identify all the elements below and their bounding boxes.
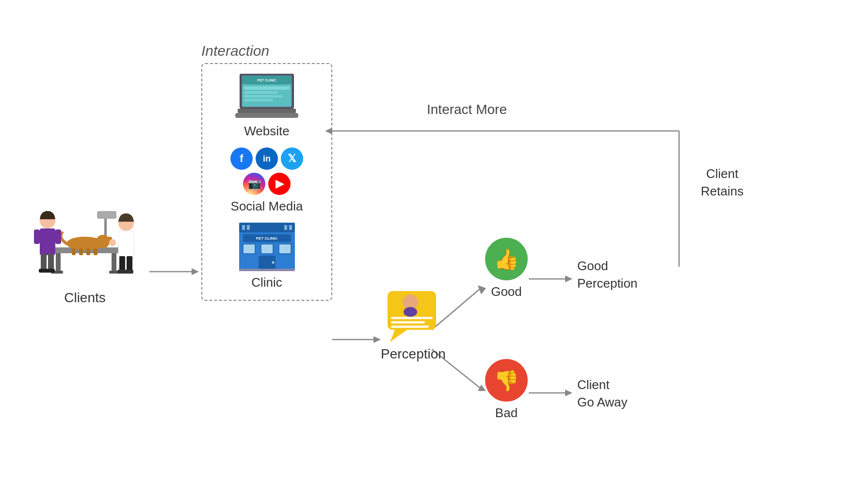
- website-section: PET CLINIC Website: [235, 74, 298, 139]
- perception-icon: [385, 289, 441, 344]
- svg-rect-29: [289, 225, 292, 230]
- svg-rect-19: [244, 86, 290, 90]
- svg-marker-3: [373, 336, 381, 343]
- svg-rect-40: [56, 253, 61, 273]
- interact-more-label: Interact More: [427, 102, 507, 117]
- svg-rect-21: [244, 95, 283, 98]
- svg-rect-75: [391, 317, 433, 319]
- svg-rect-27: [247, 225, 250, 230]
- svg-rect-26: [242, 225, 245, 230]
- svg-rect-63: [118, 231, 134, 258]
- client-go-away-label: Client Go Away: [577, 376, 628, 411]
- bad-label: Bad: [495, 406, 518, 421]
- svg-point-37: [272, 261, 274, 264]
- social-row-1: f in 𝕏: [230, 147, 303, 170]
- svg-rect-67: [127, 256, 132, 272]
- clinic-section: PET CLINIC Clinic: [239, 223, 295, 290]
- client-retains-label: Client Retains: [701, 165, 744, 200]
- svg-rect-66: [119, 256, 125, 272]
- interaction-box: PET CLINIC Website f in 𝕏: [201, 63, 332, 301]
- good-label: Good: [491, 284, 522, 299]
- diagram-container: Interaction Interact More Client Retains…: [0, 0, 860, 504]
- svg-marker-11: [565, 390, 572, 396]
- linkedin-icon: in: [256, 147, 278, 170]
- social-icons-group: f in 𝕏 📷 ▶: [230, 147, 303, 195]
- social-media-section: f in 𝕏 📷 ▶ Social Media: [230, 147, 303, 214]
- svg-rect-33: [243, 244, 255, 254]
- svg-rect-55: [40, 228, 55, 255]
- svg-rect-53: [94, 248, 97, 255]
- svg-marker-1: [192, 268, 199, 275]
- svg-rect-28: [284, 225, 287, 230]
- twitter-icon: 𝕏: [281, 147, 303, 170]
- svg-rect-38: [239, 269, 295, 271]
- svg-rect-58: [41, 254, 47, 271]
- svg-rect-76: [391, 321, 425, 324]
- svg-rect-59: [48, 254, 54, 271]
- svg-rect-77: [391, 325, 429, 328]
- interact-more-text: Interact More: [427, 102, 507, 117]
- perception-label: Perception: [381, 346, 446, 362]
- svg-rect-52: [86, 248, 90, 255]
- clients-label: Clients: [64, 290, 106, 306]
- svg-rect-34: [261, 244, 273, 254]
- svg-point-70: [109, 239, 116, 246]
- bad-circle: 👎: [485, 359, 528, 402]
- social-row-2: 📷 ▶: [243, 173, 291, 195]
- clinic-building-icon: PET CLINIC: [239, 223, 295, 271]
- facebook-icon: f: [230, 147, 253, 170]
- good-section: 👍 Good: [485, 238, 528, 299]
- svg-text:PET CLINIC: PET CLINIC: [256, 236, 277, 241]
- good-circle: 👍: [485, 238, 528, 280]
- svg-rect-35: [279, 244, 291, 254]
- vet-scene-illustration: [29, 184, 141, 286]
- svg-rect-50: [72, 248, 76, 255]
- svg-rect-51: [79, 248, 83, 255]
- svg-rect-45: [97, 211, 116, 219]
- interaction-label: Interaction: [201, 43, 269, 59]
- bad-section: 👎 Bad: [485, 359, 528, 421]
- interaction-text: Interaction: [201, 43, 269, 59]
- svg-rect-57: [55, 229, 61, 244]
- website-label: Website: [244, 124, 289, 139]
- svg-rect-69: [125, 270, 133, 274]
- svg-rect-65: [134, 232, 140, 244]
- svg-rect-20: [244, 91, 278, 94]
- svg-rect-41: [112, 253, 116, 273]
- svg-rect-24: [235, 113, 298, 118]
- svg-text:PET CLINIC: PET CLINIC: [258, 79, 276, 82]
- svg-rect-61: [46, 269, 55, 273]
- good-perception-label: Good Perception: [577, 257, 637, 293]
- laptop-icon: PET CLINIC: [235, 74, 298, 120]
- instagram-icon: 📷: [243, 173, 265, 195]
- social-media-label: Social Media: [231, 199, 303, 214]
- svg-marker-9: [565, 276, 572, 282]
- svg-point-49: [109, 237, 112, 240]
- svg-point-74: [404, 307, 417, 317]
- svg-marker-72: [390, 330, 407, 342]
- client-retains-text: Client Retains: [701, 165, 744, 200]
- svg-rect-56: [34, 229, 40, 244]
- clients-section: Clients: [29, 184, 141, 306]
- perception-section: Perception: [381, 289, 446, 362]
- clinic-label: Clinic: [251, 275, 282, 290]
- youtube-icon: ▶: [268, 173, 291, 195]
- svg-rect-23: [238, 109, 296, 113]
- svg-rect-22: [244, 99, 273, 101]
